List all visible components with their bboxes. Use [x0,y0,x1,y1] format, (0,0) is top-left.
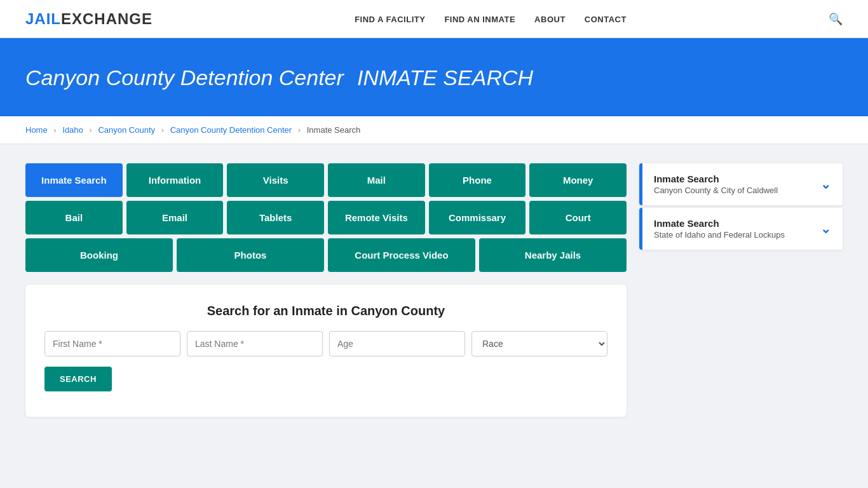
sidebar-card-text-inmate-search-idaho: Inmate Search State of Idaho and Federal… [654,218,785,240]
nav-btn-court[interactable]: Court [529,201,627,234]
nav-item-find-facility: FIND A FACILITY [355,13,425,25]
hero-banner: Canyon County Detention Center INMATE SE… [0,38,868,116]
breadcrumb-sep1: › [53,125,56,135]
hero-title-sub: INMATE SEARCH [357,65,533,90]
nav-btn-court-process-video[interactable]: Court Process Video [328,238,475,272]
nav-item-about: ABOUT [534,13,566,25]
logo-part1: JAIL [25,10,61,27]
sidebar-card-title-inmate-search-canyon: Inmate Search [654,173,778,184]
nav-link-find-facility[interactable]: FIND A FACILITY [355,15,425,24]
breadcrumb: Home › Idaho › Canyon County › Canyon Co… [0,116,868,144]
breadcrumb-home[interactable]: Home [25,125,48,135]
breadcrumb-idaho[interactable]: Idaho [62,125,83,135]
search-box: Search for an Inmate in Canyon County Ra… [25,285,627,417]
age-input[interactable] [329,331,465,356]
nav-btn-information[interactable]: Information [126,163,224,197]
breadcrumb-sep3: › [161,125,164,135]
first-name-input[interactable] [44,331,180,356]
race-select[interactable]: RaceWhiteBlackHispanicAsianOther [471,331,607,356]
right-panel: Inmate Search Canyon County & City of Ca… [639,163,843,252]
sidebar-card-header-inmate-search-idaho[interactable]: Inmate Search State of Idaho and Federal… [639,208,843,250]
nav-buttons-grid: Inmate SearchInformationVisitsMailPhoneM… [25,163,627,272]
sidebar-card-inmate-search-idaho: Inmate Search State of Idaho and Federal… [639,208,843,250]
nav-btn-phone[interactable]: Phone [429,163,526,197]
site-logo[interactable]: JAILEXCHANGE [25,10,153,28]
breadcrumb-canyon-county[interactable]: Canyon County [98,125,155,135]
nav-btn-nearby-jails[interactable]: Nearby Jails [479,238,627,272]
nav-btn-email[interactable]: Email [126,201,224,234]
hero-title-main: Canyon County Detention Center [25,65,344,90]
nav-btn-booking[interactable]: Booking [25,238,173,272]
nav-btn-remote-visits[interactable]: Remote Visits [328,201,425,234]
chevron-down-icon-inmate-search-canyon: ⌄ [820,177,831,192]
sidebar-card-inmate-search-canyon: Inmate Search Canyon County & City of Ca… [639,163,843,205]
nav-btn-mail[interactable]: Mail [328,163,425,197]
sidebar-card-subtitle-inmate-search-canyon: Canyon County & City of Caldwell [654,186,778,195]
nav-link-find-inmate[interactable]: FIND AN INMATE [444,15,515,24]
last-name-input[interactable] [187,331,323,356]
sidebar-card-header-inmate-search-canyon[interactable]: Inmate Search Canyon County & City of Ca… [639,163,843,205]
nav-btn-tablets[interactable]: Tablets [227,201,324,234]
nav-item-find-inmate: FIND AN INMATE [444,13,515,25]
nav-btn-bail[interactable]: Bail [25,201,123,234]
nav-btn-commissary[interactable]: Commissary [429,201,526,234]
search-button[interactable]: 🔍 [829,12,843,26]
nav-link-about[interactable]: ABOUT [534,15,566,24]
nav-btn-money[interactable]: Money [529,163,627,197]
nav-link-contact[interactable]: CONTACT [585,15,627,24]
nav-btn-photos[interactable]: Photos [177,238,324,272]
search-submit-button[interactable]: SEARCH [44,367,112,391]
nav-links: FIND A FACILITYFIND AN INMATEABOUTCONTAC… [355,13,627,25]
nav-btn-inmate-search[interactable]: Inmate Search [25,163,123,197]
logo-part2: EXCHANGE [61,10,153,27]
nav-item-contact: CONTACT [585,13,627,25]
left-panel: Inmate SearchInformationVisitsMailPhoneM… [25,163,627,417]
search-fields: RaceWhiteBlackHispanicAsianOther [44,331,607,356]
sidebar-card-subtitle-inmate-search-idaho: State of Idaho and Federal Lockups [654,230,785,240]
navbar: JAILEXCHANGE FIND A FACILITYFIND AN INMA… [0,0,868,38]
chevron-down-icon-inmate-search-idaho: ⌄ [820,221,831,236]
breadcrumb-sep4: › [298,125,301,135]
search-title: Search for an Inmate in Canyon County [44,304,607,318]
breadcrumb-detention-center[interactable]: Canyon County Detention Center [170,125,292,135]
breadcrumb-current: Inmate Search [307,125,361,135]
breadcrumb-sep2: › [89,125,92,135]
sidebar-card-title-inmate-search-idaho: Inmate Search [654,218,785,229]
hero-title: Canyon County Detention Center INMATE SE… [25,64,843,91]
main-content: Inmate SearchInformationVisitsMailPhoneM… [0,144,868,436]
sidebar-card-text-inmate-search-canyon: Inmate Search Canyon County & City of Ca… [654,173,778,195]
nav-btn-visits[interactable]: Visits [227,163,324,197]
